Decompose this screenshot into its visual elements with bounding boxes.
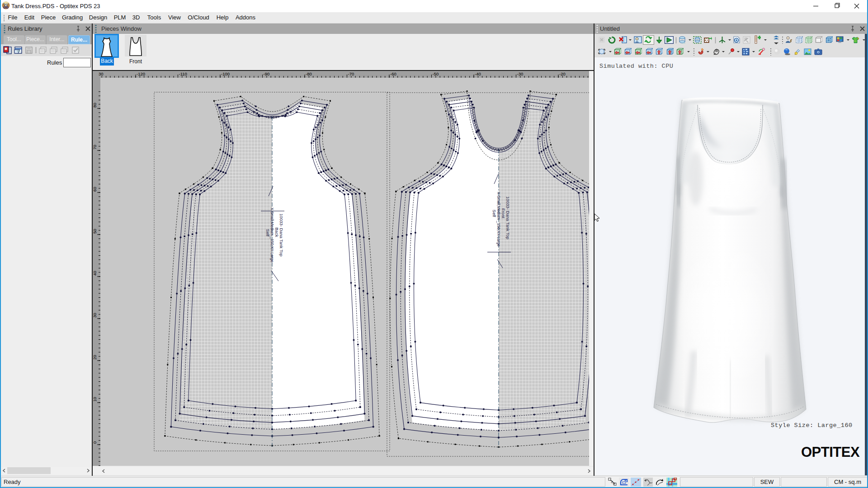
svg-text:Self: Self xyxy=(265,229,270,237)
svg-text:Self: Self xyxy=(492,210,497,217)
svg-text:80: 80 xyxy=(93,103,97,108)
svg-text:60: 60 xyxy=(93,187,97,192)
svg-text:-60: -60 xyxy=(390,71,396,76)
svg-text:-40: -40 xyxy=(475,71,481,76)
svg-text:-80: -80 xyxy=(306,71,312,76)
svg-text:-110: -110 xyxy=(179,71,187,76)
svg-text:-50: -50 xyxy=(433,71,439,76)
svg-text:-30: -30 xyxy=(517,71,524,76)
svg-text:X Small,Medium _150,XX Large: X Small,Medium _150,XX Large xyxy=(496,192,501,247)
svg-text:10: 10 xyxy=(93,397,97,402)
svg-text:Front: Front xyxy=(501,208,506,219)
svg-text:30: 30 xyxy=(93,313,97,318)
svg-text:30: 30 xyxy=(99,71,104,76)
svg-text:40: 40 xyxy=(93,271,97,276)
svg-text:0: 0 xyxy=(93,441,97,444)
svg-text:-100: -100 xyxy=(221,71,230,76)
svg-text:-90: -90 xyxy=(264,71,270,76)
svg-text:-20: -20 xyxy=(559,71,566,76)
svg-text:20: 20 xyxy=(93,355,97,360)
svg-text:70: 70 xyxy=(93,145,97,150)
svg-text:50: 50 xyxy=(93,229,97,234)
svg-text:-70: -70 xyxy=(348,71,354,76)
svg-text:Back: Back xyxy=(274,227,279,237)
svg-text:-120: -120 xyxy=(137,71,145,76)
